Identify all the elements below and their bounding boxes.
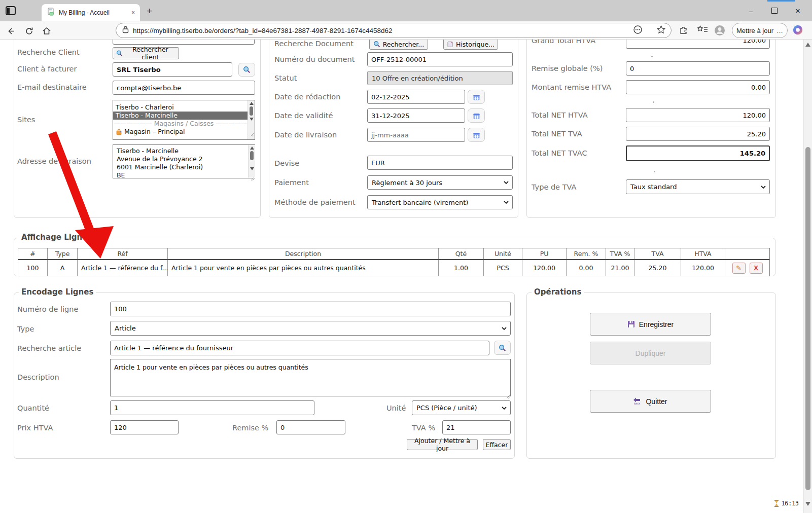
extensions-icon[interactable] — [679, 25, 688, 34]
reload-icon[interactable] — [23, 25, 34, 36]
validity-date-input[interactable] — [367, 108, 465, 123]
favorites-bar-icon[interactable] — [697, 25, 706, 34]
search-client-button[interactable]: Rechercher client — [113, 47, 179, 59]
line-description-textarea[interactable]: Article 1 pour vente en pièces par pièce… — [110, 359, 511, 396]
quit-button[interactable]: BACK Quitter — [590, 390, 711, 413]
document-number-input[interactable] — [367, 52, 513, 66]
more-icon[interactable]: … — [776, 27, 783, 34]
page-scrollbar[interactable] — [803, 40, 812, 513]
vat-type-select[interactable]: Taux standard — [626, 179, 770, 194]
page-actions-icon[interactable] — [633, 25, 642, 34]
clear-button[interactable]: Effacer — [483, 439, 511, 450]
col-tva: TVA — [634, 248, 681, 259]
pencil-icon: ✎ — [736, 264, 742, 272]
favorite-star-icon[interactable] — [656, 25, 665, 34]
line-description-label: Description — [17, 373, 59, 381]
window-minimize-button[interactable]: – — [744, 5, 759, 17]
delete-line-button[interactable]: X — [750, 263, 763, 274]
back-icon[interactable] — [5, 25, 16, 36]
scroll-down-icon — [805, 502, 810, 506]
line-discount-label: Remise % — [232, 424, 268, 432]
site-option-selected[interactable]: Tiserbo - Marcinelle — [113, 112, 255, 120]
window-close-button[interactable]: × — [790, 5, 805, 17]
svg-text:BACK: BACK — [634, 402, 641, 405]
article-search-input[interactable] — [110, 341, 489, 355]
save-button[interactable]: Enregistrer — [590, 313, 711, 336]
update-browser-button[interactable]: Mettre à jour … — [732, 23, 788, 38]
workspaces-icon[interactable] — [5, 5, 16, 18]
billto-input[interactable] — [113, 62, 232, 77]
scroll-up-icon — [805, 43, 810, 47]
delivery-address-textarea[interactable]: Tiserbo - Marcinelle Avenue de la Prévoy… — [113, 144, 255, 178]
duplicate-button[interactable]: Dupliquer — [590, 342, 711, 364]
resize-grip-icon[interactable] — [250, 173, 255, 183]
session-timer: 16:13 — [774, 500, 799, 507]
line-discount-input[interactable] — [276, 420, 345, 434]
search-document-button[interactable]: Rechercher... — [369, 40, 428, 50]
sites-listbox[interactable]: Tiserbo - Charleroi Tiserbo - Marcinelle… — [113, 100, 255, 140]
validity-calendar-button[interactable] — [468, 108, 485, 123]
line-type-label: Type — [17, 325, 34, 333]
discount-amount-input[interactable] — [626, 80, 770, 94]
copilot-icon[interactable] — [792, 24, 803, 35]
site-option[interactable]: Tiserbo - Charleroi — [113, 103, 255, 112]
payment-method-select[interactable]: Transfert bancaire (virement) — [367, 195, 513, 209]
redaction-calendar-button[interactable] — [468, 90, 485, 104]
new-tab-button[interactable]: + — [147, 6, 152, 17]
history-button[interactable]: Historique... — [443, 40, 498, 50]
line-number-input[interactable] — [110, 302, 511, 316]
delivery-date-label: Date de livraison — [274, 131, 337, 139]
home-icon[interactable] — [41, 25, 52, 36]
quantity-input[interactable] — [110, 400, 314, 415]
separator-dot — [651, 56, 653, 57]
address-bar[interactable]: https://mybilling.tiserbo.be/orders/?tab… — [116, 23, 672, 38]
currency-input[interactable] — [367, 156, 513, 170]
delivery-calendar-button[interactable] — [468, 128, 485, 142]
email-label: E-mail destinataire — [17, 83, 87, 91]
clear-label: Effacer — [486, 441, 508, 449]
calendar-icon — [473, 93, 480, 101]
article-search-button[interactable] — [494, 341, 511, 355]
browser-tab[interactable]: My Billing - Accueil × — [42, 4, 140, 21]
operations-legend: Opérations — [532, 287, 584, 297]
cell-pu: 120.00 — [522, 260, 567, 276]
document-number-label: Numéro du document — [274, 55, 355, 63]
separator-dot — [653, 101, 654, 103]
grand-total-input[interactable] — [626, 40, 770, 49]
unit-select[interactable]: PCS (Pièce / unité) — [412, 400, 511, 415]
billto-label: Client à facturer — [17, 65, 77, 73]
shop-bag-icon — [116, 129, 122, 135]
resize-grip-icon[interactable] — [250, 129, 254, 139]
net-tva-input[interactable] — [626, 127, 770, 141]
resize-grip-icon[interactable] — [506, 391, 510, 401]
scrollbar-thumb[interactable] — [805, 147, 810, 490]
cell-num: 100 — [18, 260, 48, 276]
col-htva: HTVA — [681, 248, 725, 259]
window-maximize-button[interactable] — [767, 5, 782, 17]
site-option[interactable]: Magasin – Principal — [113, 128, 255, 136]
discount-amount-label: Montant remise HTVA — [532, 83, 611, 91]
add-update-button[interactable]: Ajouter / Mettre à jour — [407, 439, 478, 450]
payment-select[interactable]: Règlement à 30 jours — [367, 175, 513, 190]
clipped-top-field[interactable] — [113, 40, 255, 45]
global-discount-input[interactable] — [626, 61, 770, 76]
delivery-date-input[interactable] — [367, 128, 465, 142]
col-qty: Qté — [439, 248, 484, 259]
edit-line-button[interactable]: ✎ — [732, 263, 746, 274]
line-tva-input[interactable] — [442, 420, 511, 434]
grand-total-label: Grand Total HTVA — [532, 40, 595, 45]
redaction-date-input[interactable] — [367, 90, 465, 104]
billto-search-button[interactable] — [238, 63, 255, 77]
email-input[interactable] — [113, 81, 255, 95]
net-tvac-input[interactable] — [626, 145, 770, 161]
net-htva-input[interactable] — [626, 108, 770, 122]
col-description: Description — [168, 248, 439, 259]
cell-tva-pct: 21.00 — [606, 260, 634, 276]
payment-method-label: Méthode de paiement — [274, 198, 356, 206]
price-input[interactable] — [110, 420, 179, 434]
tab-close-icon[interactable]: × — [131, 9, 135, 16]
col-unit: Unité — [484, 248, 522, 259]
table-row[interactable]: 100 A Article 1 — référence du f... Arti… — [18, 260, 769, 276]
profile-avatar[interactable] — [714, 25, 725, 36]
line-type-select[interactable]: Article — [110, 321, 511, 336]
